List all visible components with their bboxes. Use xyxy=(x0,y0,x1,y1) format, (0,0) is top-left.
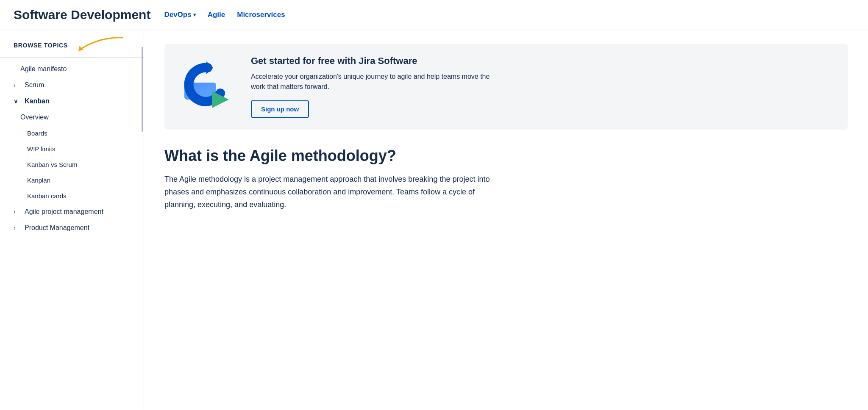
article-title: What is the Agile methodology? xyxy=(164,147,848,165)
sidebar-scrollbar[interactable] xyxy=(141,30,144,410)
nav-item-agile[interactable]: Agile xyxy=(208,11,225,19)
header: Software Development DevOps ▾ Agile Micr… xyxy=(0,0,868,30)
chevron-right-icon: › xyxy=(14,82,20,89)
promo-logo xyxy=(178,57,237,116)
browse-topics-header: BROWSE TOPICS xyxy=(0,42,144,57)
sidebar-item-kanplan[interactable]: Kanplan xyxy=(0,172,144,188)
sidebar-item-agile-project-management[interactable]: › Agile project management xyxy=(0,204,144,220)
svg-marker-2 xyxy=(206,61,213,74)
nav-item-microservices[interactable]: Microservices xyxy=(237,11,285,19)
main-content: Get started for free with Jira Software … xyxy=(144,30,868,410)
nav-item-devops[interactable]: DevOps ▾ xyxy=(164,11,195,19)
main-layout: BROWSE TOPICS Agile manifesto › Scrum ∨ … xyxy=(0,30,868,410)
promo-description: Accelerate your organization's unique jo… xyxy=(251,72,497,92)
sidebar-item-overview[interactable]: Overview xyxy=(0,109,144,125)
chevron-right-icon: › xyxy=(14,224,20,231)
sidebar-item-boards[interactable]: Boards xyxy=(0,125,144,141)
page-title: Software Development xyxy=(14,8,150,22)
chevron-down-icon: ∨ xyxy=(14,98,20,105)
sidebar-divider xyxy=(0,57,144,58)
sidebar-item-kanban-vs-scrum[interactable]: Kanban vs Scrum xyxy=(0,157,144,172)
sidebar-item-wip-limits[interactable]: WIP limits xyxy=(0,141,144,157)
sidebar-item-product-management[interactable]: › Product Management xyxy=(0,220,144,236)
promo-card: Get started for free with Jira Software … xyxy=(164,44,848,130)
sidebar-item-kanban[interactable]: ∨ Kanban xyxy=(0,93,144,109)
sidebar-item-agile-manifesto[interactable]: Agile manifesto xyxy=(0,61,144,77)
arrow-annotation xyxy=(76,34,127,57)
sidebar-item-kanban-cards[interactable]: Kanban cards xyxy=(0,188,144,204)
browse-topics-label: BROWSE TOPICS xyxy=(14,42,68,49)
sign-up-button[interactable]: Sign up now xyxy=(251,100,309,118)
article-body: The Agile methodology is a project manag… xyxy=(164,173,495,211)
promo-content: Get started for free with Jira Software … xyxy=(251,55,834,118)
chevron-down-icon: ▾ xyxy=(193,12,196,18)
article-section: What is the Agile methodology? The Agile… xyxy=(164,147,848,211)
promo-title: Get started for free with Jira Software xyxy=(251,55,834,66)
sidebar-item-scrum[interactable]: › Scrum xyxy=(0,77,144,93)
scrollbar-thumb xyxy=(142,47,143,132)
chevron-right-icon: › xyxy=(14,208,20,215)
header-nav: DevOps ▾ Agile Microservices xyxy=(164,11,285,19)
sidebar: BROWSE TOPICS Agile manifesto › Scrum ∨ … xyxy=(0,30,144,410)
